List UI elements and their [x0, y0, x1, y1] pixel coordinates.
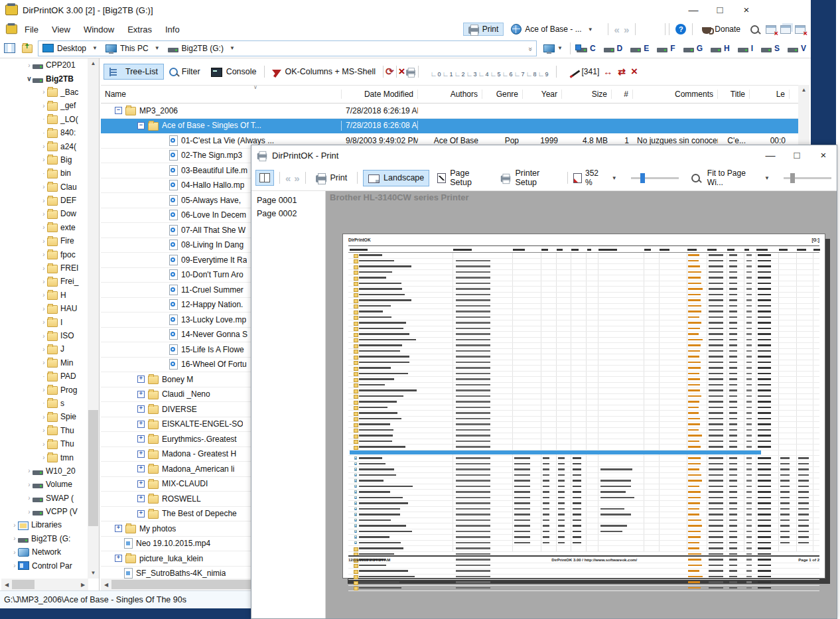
sidebar-item-frei-[interactable]: ›Frei_	[1, 275, 99, 288]
expand-icon[interactable]: +	[137, 405, 145, 413]
sidebar-item-exte[interactable]: ›exte	[1, 221, 99, 234]
sidebar-item-bin[interactable]: ·bin	[1, 167, 99, 180]
tree-vertical-scrollbar[interactable]: ▲ ▼	[88, 58, 99, 579]
collapse-icon[interactable]: −	[137, 122, 145, 129]
expand-icon[interactable]: ›	[26, 508, 33, 516]
expand-icon[interactable]: ›	[40, 251, 47, 258]
expand-icon[interactable]: +	[137, 450, 145, 458]
drive-button-f[interactable]: F	[657, 44, 675, 53]
expand-icon[interactable]: ›	[40, 143, 47, 150]
folder-up-icon[interactable]	[22, 44, 33, 53]
tree-horizontal-scrollbar[interactable]: ◀ ▶	[1, 579, 88, 590]
tree-depth-3-icon[interactable]: 3	[466, 66, 478, 78]
this-pc-icon[interactable]	[543, 44, 555, 52]
sidebar-item-w10-20[interactable]: ›W10_20	[1, 464, 99, 478]
delete-search-icon[interactable]: ×	[631, 65, 638, 78]
minimize-button[interactable]: —	[680, 0, 707, 20]
sidebar-item-frei[interactable]: ›FREI	[1, 261, 99, 275]
sidebar-item-a24-[interactable]: ›a24(	[1, 139, 99, 153]
sidebar-item-prog[interactable]: ›Prog	[1, 383, 99, 396]
expand-icon[interactable]: ›	[40, 102, 47, 109]
expand-icon[interactable]: ›	[40, 88, 47, 96]
column-header-year[interactable]: Year	[523, 90, 562, 99]
sidebar-item-big2tb[interactable]: ∨Big2TB	[1, 72, 99, 85]
sidebar-item-network[interactable]: ›Network	[1, 545, 99, 559]
printer-cancel-icon[interactable]	[406, 70, 415, 76]
sidebar-item-hau[interactable]: ›HAU	[1, 302, 99, 315]
column-header-genre[interactable]: Genre	[482, 90, 523, 99]
sidebar-item-s[interactable]: ·s	[1, 397, 99, 410]
column-header-date-modified[interactable]: Date Modified	[342, 90, 418, 99]
sidebar-item-fpoc[interactable]: ›fpoc	[1, 247, 99, 261]
expand-icon[interactable]: ›	[40, 238, 47, 245]
chevron-down-icon[interactable]: ▼	[92, 45, 98, 51]
minimize-button[interactable]: —	[757, 145, 784, 165]
console-button[interactable]: Console	[206, 64, 262, 80]
column-header-le[interactable]: Le	[750, 90, 790, 99]
drive-button-s[interactable]: S	[761, 44, 780, 53]
sidebar-item-spie[interactable]: ›Spie	[1, 410, 99, 423]
scroll-up-icon[interactable]: ▲	[88, 58, 99, 69]
drive-button-c[interactable]: C	[577, 44, 596, 53]
menu-item-info[interactable]: Info	[159, 22, 186, 37]
sidebar-item-volume[interactable]: ›Volume	[1, 478, 99, 491]
expand-icon[interactable]: ›	[40, 427, 47, 434]
refresh-icon[interactable]: ⟳	[385, 66, 394, 78]
expand-icon[interactable]: +	[137, 435, 145, 443]
clear-icon[interactable]: ×	[399, 65, 405, 78]
preview-sheet[interactable]: DirPrintOK [G:] 12/19/2018 2:34:34 AM Di…	[342, 234, 825, 579]
page-list-item-1[interactable]: Page 0001	[251, 194, 325, 207]
breadcrumb-overflow-chevron-icon[interactable]: »	[527, 46, 535, 49]
scroll-up-icon[interactable]: ▲	[798, 85, 809, 96]
filter-button[interactable]: Filter	[164, 64, 206, 79]
expand-icon[interactable]: ›	[40, 413, 47, 421]
table-row[interactable]: −Ace of Base - Singles Of T...7/28/2018 …	[101, 119, 809, 134]
sidebar-item-libraries[interactable]: ›Libraries	[1, 518, 99, 531]
sidebar-item-thu[interactable]: ›Thu	[1, 437, 99, 450]
tree-depth-0-icon[interactable]: 0	[430, 66, 442, 78]
expand-icon[interactable]: ›	[40, 265, 47, 272]
expand-icon[interactable]: ›	[26, 467, 33, 474]
sidebar-item--bac[interactable]: ›_Bac	[1, 86, 99, 99]
sidebar-item-swap-[interactable]: ›SWAP (	[1, 492, 99, 505]
scrollbar-thumb[interactable]	[12, 580, 35, 589]
nav-forward-button[interactable]: »	[624, 24, 629, 35]
fit-dropdown-icon[interactable]: ▼	[764, 175, 770, 181]
table-row[interactable]: −MP3_20067/28/2018 6:26:19 AM	[101, 103, 809, 119]
sidebar-item-big2tb-g-[interactable]: ›Big2TB (G:	[1, 532, 99, 545]
menu-item-view[interactable]: View	[45, 22, 77, 37]
print-button[interactable]: Print	[463, 23, 504, 36]
column-header-comments[interactable]: Comments	[633, 90, 718, 99]
drive-button-g[interactable]: G	[683, 44, 703, 53]
sidebar-item-840-[interactable]: ·840:	[1, 126, 99, 139]
scroll-left-icon[interactable]: ◀	[101, 582, 111, 588]
chevron-down-icon[interactable]: ▼	[155, 45, 160, 51]
tree-depth-4-icon[interactable]: 4	[478, 66, 490, 78]
crumb-big2tb-g-[interactable]: Big2TB (G:)▼	[168, 44, 240, 53]
slider-thumb[interactable]	[640, 173, 645, 183]
sidebar-item-control-par[interactable]: ›Control Par	[1, 559, 99, 572]
expand-icon[interactable]: ›	[40, 386, 47, 393]
two-page-view-button[interactable]	[255, 170, 274, 186]
column-header--[interactable]: #	[612, 90, 633, 99]
expand-icon[interactable]: ›	[11, 562, 18, 569]
tree-depth-5-icon[interactable]: 5	[490, 66, 502, 78]
sidebar-item-thu[interactable]: ›Thu	[1, 424, 99, 437]
drive-button-d[interactable]: D	[604, 44, 623, 53]
printer-setup-button[interactable]: Printer Setup	[496, 166, 562, 190]
expand-icon[interactable]: +	[137, 421, 145, 428]
maximize-button[interactable]: □	[707, 0, 733, 20]
drive-button-h[interactable]: H	[711, 44, 730, 53]
column-header-title[interactable]: Title	[718, 90, 750, 99]
expand-icon[interactable]: ›	[40, 318, 47, 326]
scroll-right-icon[interactable]: ▶	[78, 582, 88, 588]
expand-icon[interactable]: ›	[40, 291, 47, 299]
tree-depth-9-icon[interactable]: 9	[537, 66, 549, 78]
chevron-down-icon[interactable]: ▼	[557, 45, 563, 51]
sidebar-item--lo-[interactable]: ·_LO(	[1, 113, 99, 126]
drive-button-v[interactable]: V	[788, 44, 806, 53]
close-all-windows-icon[interactable]	[795, 25, 805, 34]
expand-icon[interactable]: ›	[40, 305, 47, 312]
column-header-size[interactable]: Size	[562, 90, 612, 99]
expand-icon[interactable]: ›	[11, 521, 18, 529]
